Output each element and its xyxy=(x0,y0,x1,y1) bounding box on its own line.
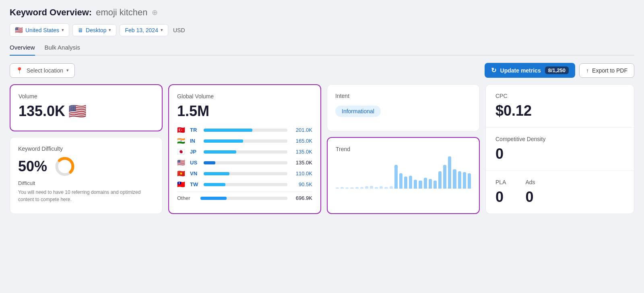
tabs-row: Overview Bulk Analysis xyxy=(10,44,634,56)
country-code: US xyxy=(190,160,200,166)
trend-bar xyxy=(360,187,363,189)
cpc-section: CPC $0.12 xyxy=(486,85,634,128)
tab-bulk-analysis[interactable]: Bulk Analysis xyxy=(45,44,80,56)
ads-label: Ads xyxy=(525,179,535,185)
other-row: Other 696.9K xyxy=(177,191,312,201)
filters-row: 🇺🇸 United States ▾ 🖥 Desktop ▾ Feb 13, 2… xyxy=(10,23,634,37)
other-bar xyxy=(200,197,287,200)
country-value: 135.0K xyxy=(291,149,312,155)
volume-value: 135.0K 🇺🇸 xyxy=(19,103,154,120)
location-chevron-icon: ▾ xyxy=(62,27,64,33)
trend-chart xyxy=(336,156,471,189)
country-bar xyxy=(204,129,287,132)
country-code: JP xyxy=(190,149,200,155)
date-chevron-icon: ▾ xyxy=(161,27,163,33)
metrics-count-badge: 8/1,250 xyxy=(545,66,569,74)
trend-bar xyxy=(458,171,461,188)
location-pin-icon: 📍 xyxy=(16,67,23,74)
trend-bar xyxy=(443,165,446,188)
country-bar xyxy=(204,150,287,154)
country-bar xyxy=(204,172,287,175)
country-value: 90.5K xyxy=(291,181,312,187)
trend-bar xyxy=(384,187,388,189)
select-location-label: Select location xyxy=(27,67,63,74)
country-code: TR xyxy=(190,127,200,133)
global-volume-card: Global Volume 1.5M 🇹🇷 TR 201.0K 🇮🇳 IN 16… xyxy=(168,84,321,214)
country-bar xyxy=(204,161,287,164)
country-flag-icon: 🇮🇳 xyxy=(177,137,187,145)
trend-bar xyxy=(365,186,368,189)
kd-donut-chart xyxy=(54,155,76,178)
trend-bar xyxy=(355,187,359,188)
country-bar-fill xyxy=(204,129,252,132)
trend-bar xyxy=(394,165,398,188)
kd-label: Keyword Difficulty xyxy=(18,145,154,152)
kd-card: Keyword Difficulty 50% Difficult You wil… xyxy=(10,137,163,214)
volume-card: Volume 135.0K 🇺🇸 xyxy=(10,84,163,131)
trend-bar xyxy=(399,173,402,189)
page-title: Keyword Overview: xyxy=(10,7,92,18)
country-row: 🇮🇳 IN 165.0K xyxy=(177,137,312,145)
update-metrics-button[interactable]: ↻ Update metrics 8/1,250 xyxy=(485,63,576,78)
select-location-button[interactable]: 📍 Select location ▾ xyxy=(10,63,75,78)
select-location-chevron-icon: ▾ xyxy=(66,68,69,73)
device-label: Desktop xyxy=(86,27,106,33)
country-row: 🇯🇵 JP 135.0K xyxy=(177,148,312,156)
country-row: 🇻🇳 VN 110.0K xyxy=(177,170,312,177)
add-keyword-icon[interactable]: ⊕ xyxy=(152,8,158,17)
country-value: 201.0K xyxy=(291,127,312,133)
country-code: IN xyxy=(190,138,200,144)
pla-ads-section: PLA 0 Ads 0 xyxy=(486,171,634,214)
country-row: 🇹🇼 TW 90.5K xyxy=(177,181,312,188)
trend-bar xyxy=(345,187,349,188)
country-bar-fill xyxy=(204,139,243,143)
trend-bar xyxy=(433,181,437,188)
pla-label: PLA xyxy=(495,179,506,185)
location-label: United States xyxy=(25,27,59,33)
country-value: 135.0K xyxy=(291,160,312,166)
trend-bar xyxy=(370,186,373,188)
keyword-name: emoji kitchen xyxy=(96,7,147,18)
country-bar-fill xyxy=(204,161,215,164)
other-value: 696.9K xyxy=(291,195,312,201)
trend-bar xyxy=(341,187,344,188)
page-header: Keyword Overview: emoji kitchen ⊕ xyxy=(10,7,634,18)
country-bar xyxy=(204,139,287,143)
pla-value: 0 xyxy=(495,189,506,206)
country-value: 165.0K xyxy=(291,138,312,144)
intent-label: Intent xyxy=(335,93,471,99)
kd-description: You will need to have 10 referring domai… xyxy=(18,189,154,203)
ads-value: 0 xyxy=(525,189,535,206)
cpc-value: $0.12 xyxy=(495,102,624,119)
export-pdf-button[interactable]: ↑ Export to PDF xyxy=(579,63,634,78)
intent-badge: Informational xyxy=(335,106,381,117)
location-filter[interactable]: 🇺🇸 United States ▾ xyxy=(10,23,69,37)
country-bar-fill xyxy=(204,172,229,175)
toolbar: 📍 Select location ▾ ↻ Update metrics 8/1… xyxy=(10,63,634,78)
trend-bar xyxy=(336,187,339,188)
country-bar xyxy=(204,183,287,186)
kd-difficulty-label: Difficult xyxy=(18,180,154,186)
update-metrics-label: Update metrics xyxy=(500,67,541,74)
tab-overview[interactable]: Overview xyxy=(10,44,35,56)
trend-bar xyxy=(414,180,417,189)
export-label: Export to PDF xyxy=(592,67,627,74)
trend-bar xyxy=(463,172,466,189)
export-icon: ↑ xyxy=(586,67,589,74)
trend-bar xyxy=(429,179,432,188)
country-code: VN xyxy=(190,170,200,177)
device-chevron-icon: ▾ xyxy=(109,27,111,33)
global-volume-value: 1.5M xyxy=(177,103,312,120)
trend-bar xyxy=(419,181,422,188)
trend-bar xyxy=(375,187,378,189)
device-filter[interactable]: 🖥 Desktop ▾ xyxy=(72,24,116,36)
country-bar-fill xyxy=(204,150,236,154)
trend-bar xyxy=(468,173,471,189)
trend-bar xyxy=(409,176,412,189)
desktop-icon: 🖥 xyxy=(78,27,83,33)
date-filter[interactable]: Feb 13, 2024 ▾ xyxy=(120,24,168,36)
country-bar-fill xyxy=(204,183,225,186)
other-bar-fill xyxy=(200,197,227,200)
country-flag-icon: 🇻🇳 xyxy=(177,170,187,177)
trend-card: Trend xyxy=(327,137,480,214)
